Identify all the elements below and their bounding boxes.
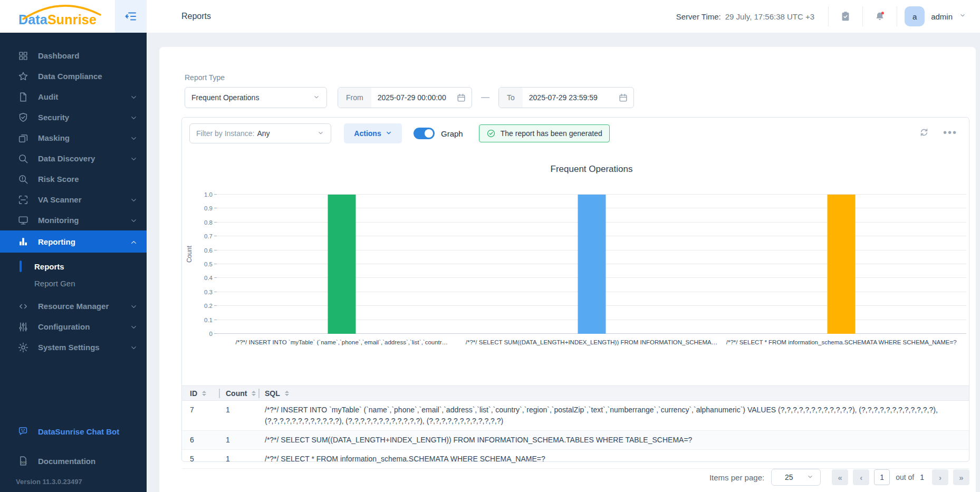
report-type-label: Report Type <box>185 73 976 82</box>
sidebar-collapse-button[interactable] <box>115 0 147 33</box>
document-icon <box>17 91 29 103</box>
to-calendar-button[interactable] <box>618 88 628 108</box>
actions-button[interactable]: Actions <box>344 123 402 143</box>
chart-x-labels: /*?*/ INSERT INTO `myTable` (`name`,`pho… <box>217 339 966 350</box>
to-label: To <box>499 88 523 108</box>
table-row[interactable]: 51/*?*/ SELECT * FROM information_schema… <box>182 450 969 469</box>
sidebar-item-resource-manager[interactable]: Resource Manager <box>0 296 147 316</box>
sidebar-item-system-settings[interactable]: System Settings <box>0 337 147 358</box>
chevron-down-icon <box>130 323 137 330</box>
report-status-badge: The report has been generated <box>479 124 610 142</box>
server-time-label: Server Time: <box>676 12 721 21</box>
pagination: Items per page: 25 « ‹ out of 1 › » <box>159 469 969 486</box>
refresh-icon <box>919 127 929 138</box>
column-header-id[interactable]: ID <box>182 386 219 400</box>
user-menu[interactable]: a admin <box>897 0 980 33</box>
cell-count: 1 <box>219 450 258 468</box>
chevron-down-icon <box>317 129 324 138</box>
chat-bot-icon <box>17 426 29 437</box>
gear-icon <box>17 342 29 353</box>
chevron-down-icon <box>313 93 320 102</box>
sidebar-item-data-discovery[interactable]: Data Discovery <box>0 148 147 169</box>
sidebar-item-reporting[interactable]: Reporting <box>0 230 147 253</box>
main-content: Report Type Frequent Operations From 202… <box>147 33 980 492</box>
search-icon <box>17 153 29 165</box>
instance-filter-select[interactable]: Filter by Instance: Any <box>189 123 331 143</box>
chevron-down-icon <box>130 134 137 141</box>
chevron-down-icon <box>130 93 137 100</box>
risk-icon <box>17 173 29 185</box>
app-root: DataSunrise Reports Server Time: 29 July… <box>0 0 980 492</box>
first-page-button[interactable]: « <box>832 469 848 485</box>
last-page-button[interactable]: » <box>953 469 969 485</box>
sidebar-item-security[interactable]: Security <box>0 107 147 128</box>
cell-id: 7 <box>182 401 219 430</box>
cell-sql: /*?*/ SELECT SUM((DATA_LENGTH+INDEX_LENG… <box>258 431 969 449</box>
next-page-button[interactable]: › <box>932 469 948 485</box>
page-input[interactable] <box>874 469 890 485</box>
sidebar-item-configuration[interactable]: Configuration <box>0 316 147 337</box>
sort-icon[interactable] <box>202 391 206 396</box>
items-per-page-select[interactable]: 25 <box>771 469 821 486</box>
chart-bar-1 <box>328 195 356 334</box>
x-axis-label-2: /*?*/ SELECT SUM((DATA_LENGTH+INDEX_LENG… <box>466 339 717 345</box>
sidebar-item-va-scanner[interactable]: VA Scanner <box>0 189 147 210</box>
y-tick-label: 0.2 <box>186 303 213 309</box>
sidebar-item-data-compliance[interactable]: Data Compliance <box>0 66 147 86</box>
table-row[interactable]: 61/*?*/ SELECT SUM((DATA_LENGTH+INDEX_LE… <box>182 431 969 450</box>
chevron-up-icon <box>130 238 137 245</box>
table-row[interactable]: 71/*?*/ INSERT INTO `myTable` (`name`,`p… <box>182 401 969 431</box>
code-icon <box>17 301 29 312</box>
notifications-button[interactable] <box>863 0 897 33</box>
calendar-icon <box>618 93 628 103</box>
submenu-item-reports[interactable]: Reports <box>0 258 147 275</box>
graph-toggle[interactable] <box>414 128 435 139</box>
tasks-button[interactable] <box>829 0 862 33</box>
date-to-field[interactable]: To 2025-07-29 23:59:59 <box>498 87 634 108</box>
avatar: a <box>905 6 925 26</box>
items-per-page-value: 25 <box>785 473 793 481</box>
date-range-dash: — <box>481 93 489 102</box>
y-tick-label: 0.8 <box>186 219 213 226</box>
chart-plot: 00.10.20.30.40.50.60.70.80.91.0 <box>217 195 966 334</box>
column-header-sql[interactable]: SQL <box>258 386 969 400</box>
reporting-submenu: ReportsReport Gen <box>0 253 147 296</box>
y-tick-label: 0 <box>186 331 213 337</box>
total-pages: 1 <box>920 473 924 481</box>
more-options-button[interactable]: ••• <box>943 130 957 135</box>
from-calendar-button[interactable] <box>456 88 466 108</box>
chevron-down-icon <box>130 303 137 310</box>
sidebar-item-audit[interactable]: Audit <box>0 86 147 107</box>
check-circle-icon <box>486 129 496 138</box>
sidebar-item-masking[interactable]: Masking <box>0 128 147 148</box>
submenu-item-report-gen[interactable]: Report Gen <box>0 275 147 292</box>
to-value: 2025-07-29 23:59:59 <box>523 88 618 108</box>
user-name: admin <box>931 12 953 21</box>
cell-count: 1 <box>219 401 258 430</box>
y-tick-label: 0.4 <box>186 275 213 281</box>
refresh-button[interactable] <box>919 127 929 138</box>
sidebar-item-dashboard[interactable]: Dashboard <box>0 45 147 66</box>
report-type-select[interactable]: Frequent Operations <box>185 87 327 108</box>
y-tick-label: 0.6 <box>186 247 213 254</box>
column-header-count[interactable]: Count <box>219 386 258 400</box>
chat-bot-label: DataSunrise Chat Bot <box>38 427 147 436</box>
sort-icon[interactable] <box>252 391 256 396</box>
sidebar-item-risk-score[interactable]: Risk Score <box>0 169 147 189</box>
chevron-down-icon <box>130 196 137 203</box>
y-tick-label: 0.9 <box>186 205 213 211</box>
prev-page-button[interactable]: ‹ <box>853 469 869 485</box>
sidebar-item-monitoring[interactable]: Monitoring <box>0 210 147 230</box>
graph-toggle-label: Graph <box>441 129 463 138</box>
chevron-down-icon <box>386 129 392 138</box>
scanner-icon <box>17 194 29 206</box>
table-header: IDCountSQL <box>182 385 969 401</box>
sidebar-item-chat-bot[interactable]: DataSunrise Chat Bot <box>0 420 147 443</box>
sidebar: DashboardData ComplianceAuditSecurityMas… <box>0 33 147 492</box>
date-from-field[interactable]: From 2025-07-29 00:00:00 <box>338 87 472 108</box>
sort-icon[interactable] <box>285 391 289 396</box>
datasunrise-logo[interactable]: DataSunrise <box>0 0 115 33</box>
sidebar-item-documentation[interactable]: DOC Documentation <box>0 449 147 472</box>
items-per-page-label: Items per page: <box>709 473 764 482</box>
y-tick-label: 0.3 <box>186 289 213 295</box>
